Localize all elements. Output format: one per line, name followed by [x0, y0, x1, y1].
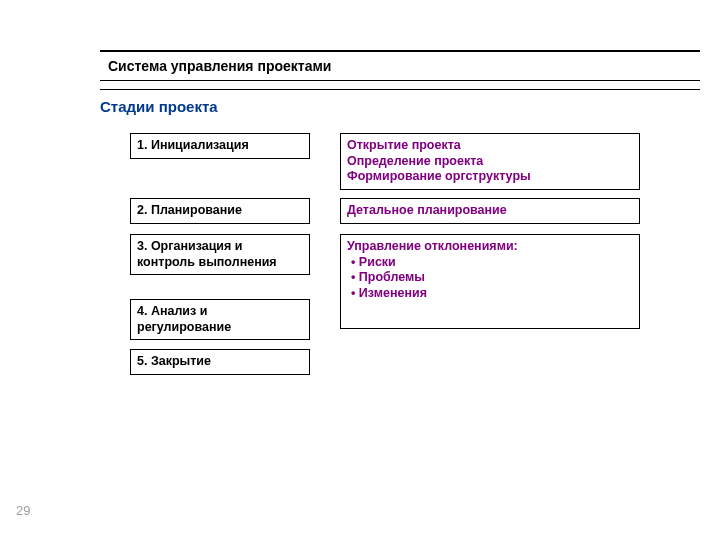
page-number: 29 [16, 503, 30, 518]
desc-3-title: Управление отклонениями: [347, 239, 633, 255]
stage-5-label: 5. Закрытие [137, 354, 211, 368]
stage-4-label: 4. Анализ и регулирование [137, 304, 231, 334]
subheader-text: Стадии проекта [100, 98, 700, 115]
stage-1-label: 1. Инициализация [137, 138, 249, 152]
desc-3-b2: Проблемы [351, 270, 633, 286]
desc-1-line1: Открытие проекта [347, 138, 633, 154]
desc-1-box: Открытие проекта Определение проекта Фор… [340, 133, 640, 190]
header-box: Система управления проектами [100, 50, 700, 81]
stage-1-box: 1. Инициализация [130, 133, 310, 159]
desc-2-box: Детальное планирование [340, 198, 640, 224]
desc-2-text: Детальное планирование [347, 203, 507, 217]
stage-2-label: 2. Планирование [137, 203, 242, 217]
desc-1-line2: Определение проекта [347, 154, 633, 170]
stage-4-box: 4. Анализ и регулирование [130, 299, 310, 340]
stage-5-box: 5. Закрытие [130, 349, 310, 375]
stage-3-box: 3. Организация и контроль выполнения [130, 234, 310, 275]
desc-3-list: Риски Проблемы Изменения [351, 255, 633, 302]
stage-3-label: 3. Организация и контроль выполнения [137, 239, 277, 269]
desc-3-b1: Риски [351, 255, 633, 271]
desc-3-box: Управление отклонениями: Риски Проблемы … [340, 234, 640, 329]
header-text: Система управления проектами [108, 58, 692, 74]
desc-1-line3: Формирование оргструктуры [347, 169, 633, 185]
desc-3-b3: Изменения [351, 286, 633, 302]
stage-2-box: 2. Планирование [130, 198, 310, 224]
subheader-line: Стадии проекта [100, 89, 700, 115]
slide: Система управления проектами Стадии прое… [0, 0, 720, 153]
